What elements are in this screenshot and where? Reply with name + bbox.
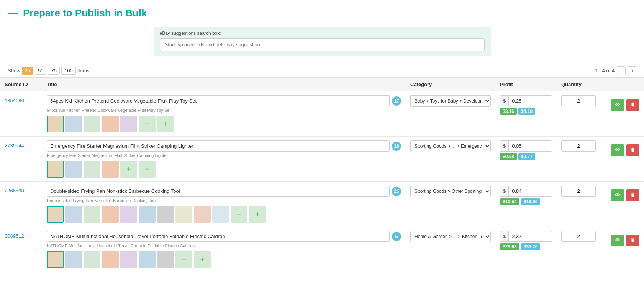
category-select[interactable]: Sporting Goods > Other Sporting (410, 186, 491, 197)
image-thumb[interactable] (157, 251, 174, 268)
table-header-row: Source ID Title Category Profit Quantity (0, 78, 644, 91)
col-header-source: Source ID (0, 78, 42, 91)
quantity-cell (557, 91, 606, 137)
image-thumb[interactable] (84, 206, 100, 223)
image-thumb[interactable]: + (194, 251, 211, 268)
quantity-input[interactable] (561, 186, 596, 197)
page-title: Prepare to Publish in Bulk (23, 7, 147, 19)
image-thumb[interactable] (102, 116, 119, 132)
title-subtitle: 54pcs Kid Kitchen Pretend Cookware Veget… (47, 108, 401, 113)
show-25-button[interactable]: 25 (22, 67, 33, 75)
view-button[interactable] (611, 235, 624, 246)
view-button[interactable] (611, 99, 624, 111)
image-thumb[interactable] (212, 206, 229, 223)
image-thumb[interactable] (65, 116, 82, 132)
col-header-profit: Profit (495, 78, 557, 91)
search-label: eBay suggestions search box: (160, 31, 485, 36)
title-input[interactable] (47, 140, 390, 152)
profit-input[interactable] (509, 186, 539, 196)
image-thumb[interactable] (47, 161, 64, 178)
category-cell: Baby > Toys for Baby > Developm (406, 91, 495, 137)
image-thumb[interactable] (139, 251, 156, 268)
image-thumb[interactable]: + (120, 161, 137, 178)
image-thumb[interactable]: + (175, 251, 192, 268)
profit-badge-high: $0.77 (518, 153, 535, 160)
profit-input[interactable] (509, 96, 539, 106)
source-id-cell[interactable]: 1854086 (0, 91, 42, 137)
show-label: Show (8, 68, 20, 73)
title-cell: 5NATHOME Multifunctional Household Trave… (42, 227, 406, 272)
col-header-actions (606, 78, 644, 91)
search-input[interactable] (160, 38, 485, 51)
image-thumb[interactable]: + (157, 116, 174, 132)
profit-cell: $$3.16$4.18 (495, 91, 557, 137)
image-thumb[interactable] (120, 251, 137, 268)
image-thumb[interactable] (157, 206, 174, 223)
table-row: 273954418Emergency Fire Starter Magnesiu… (0, 137, 644, 182)
image-thumb[interactable] (175, 206, 192, 223)
title-input[interactable] (47, 186, 390, 197)
view-button[interactable] (611, 189, 624, 201)
category-select[interactable]: Sporting Goods > ... > Emergenc (410, 140, 491, 152)
delete-button[interactable] (626, 189, 639, 201)
view-button[interactable] (611, 144, 624, 156)
image-thumb[interactable] (47, 251, 64, 268)
delete-button[interactable] (626, 235, 639, 246)
profit-cell: $$29.63$39.26 (495, 227, 557, 272)
quantity-input[interactable] (561, 140, 596, 152)
actions-cell (606, 91, 644, 137)
image-thumb[interactable] (84, 161, 100, 178)
image-thumb[interactable] (47, 206, 64, 223)
profit-cell: $$10.54$13.96 (495, 182, 557, 227)
image-thumb[interactable]: + (249, 206, 266, 223)
category-cell: Home & Garden > ... > Kitchen To (406, 227, 495, 272)
profit-cell: $$0.58$0.77 (495, 137, 557, 182)
source-id-cell[interactable]: 2739544 (0, 137, 42, 182)
profit-input[interactable] (509, 231, 539, 241)
image-thumb[interactable] (120, 116, 137, 132)
profit-input[interactable] (509, 141, 539, 151)
actions-cell (606, 227, 644, 272)
items-label: Items (77, 68, 90, 73)
profit-badge-low: $10.54 (500, 198, 519, 205)
image-thumb[interactable] (65, 161, 82, 178)
table-row: 286653825Double-sided Frying Pan Non-sti… (0, 182, 644, 227)
image-thumb[interactable] (102, 251, 119, 268)
category-select[interactable]: Home & Garden > ... > Kitchen To (410, 231, 491, 242)
image-thumb[interactable] (102, 161, 119, 178)
show-50-button[interactable]: 50 (35, 67, 46, 75)
image-thumb[interactable] (102, 206, 119, 223)
image-thumb[interactable] (65, 206, 82, 223)
profit-dollar-sign: $ (500, 186, 509, 196)
col-header-category: Category (406, 78, 495, 91)
show-100-button[interactable]: 100 (61, 67, 76, 75)
image-thumb[interactable] (84, 251, 100, 268)
category-cell: Sporting Goods > ... > Emergenc (406, 137, 495, 182)
delete-button[interactable] (626, 144, 639, 156)
image-thumb[interactable] (120, 206, 137, 223)
source-id-cell[interactable]: 3089512 (0, 227, 42, 272)
source-id-cell[interactable]: 2866538 (0, 182, 42, 227)
table-row: 18540861754pcs Kid Kitchen Pretend Cookw… (0, 91, 644, 137)
next-page-button[interactable]: › (628, 66, 636, 75)
image-thumb[interactable] (84, 116, 100, 132)
prev-page-button[interactable]: ‹ (617, 66, 625, 75)
image-thumb[interactable]: + (139, 161, 156, 178)
quantity-input[interactable] (561, 231, 596, 242)
profit-badge-high: $4.18 (518, 108, 535, 115)
image-thumb[interactable] (65, 251, 82, 268)
image-thumb[interactable]: + (139, 116, 156, 132)
image-thumb[interactable] (47, 116, 64, 132)
category-select[interactable]: Baby > Toys for Baby > Developm (410, 95, 491, 107)
title-input[interactable] (47, 95, 390, 106)
title-input[interactable] (47, 231, 390, 242)
image-thumb[interactable] (139, 206, 156, 223)
quantity-input[interactable] (561, 95, 596, 106)
image-thumb[interactable]: + (231, 206, 247, 223)
quantity-cell (557, 137, 606, 182)
profit-dollar-sign: $ (500, 231, 509, 241)
show-75-button[interactable]: 75 (48, 67, 59, 75)
delete-button[interactable] (626, 99, 639, 111)
actions-cell (606, 137, 644, 182)
image-thumb[interactable] (194, 206, 211, 223)
